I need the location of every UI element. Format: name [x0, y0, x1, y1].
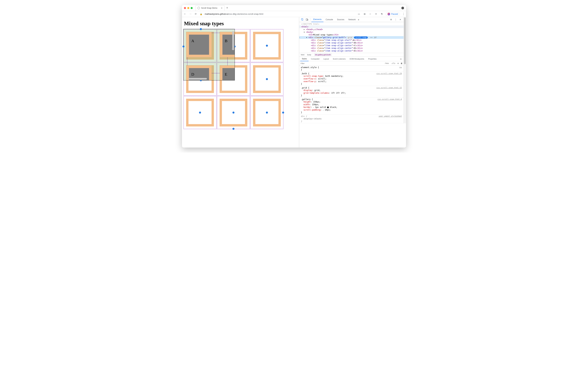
- tab-dom-breakpoints[interactable]: DOM Breakpoints: [348, 56, 366, 61]
- rule-source[interactable]: css-scroll-snap.html:15: [377, 87, 402, 89]
- rule-source[interactable]: css-scroll-snap.html:4: [378, 98, 402, 100]
- hov-button[interactable]: :hov: [383, 62, 390, 64]
- svg-rect-0: [301, 19, 303, 20]
- tab-event-listeners[interactable]: Event Listeners: [331, 56, 347, 61]
- elements-tree[interactable]: <!DOCTYPE html> <html> ▸ <head>…</head> …: [299, 22, 404, 53]
- h3-text: Mixed snap types: [313, 34, 333, 36]
- snap-dot-icon: [266, 45, 268, 47]
- sel-class: gallery grid both: [323, 36, 344, 39]
- font-aa-icon[interactable]: AA: [399, 66, 402, 69]
- window-close-icon[interactable]: [184, 7, 186, 9]
- styles-filter-input[interactable]: [299, 62, 383, 64]
- grid-cell: [250, 29, 284, 62]
- tab-properties[interactable]: Properties: [367, 56, 378, 61]
- back-button[interactable]: ←: [183, 12, 187, 16]
- rule-source[interactable]: css-scroll-snap.html:29: [377, 72, 402, 75]
- scroll-snap-badge[interactable]: scroll-snap: [354, 36, 368, 39]
- lock-icon[interactable]: 🔒: [199, 12, 203, 16]
- crumb-current[interactable]: div.gallery.grid.both: [314, 53, 332, 56]
- url-host: mathiasbynens.github.io: [205, 13, 228, 15]
- tab-computed[interactable]: Computed: [309, 56, 321, 61]
- grid-cell: [250, 96, 284, 129]
- breadcrumbs[interactable]: html body div.gallery.grid.both: [299, 53, 404, 56]
- element-style-selector[interactable]: element.style {: [301, 66, 402, 69]
- computed-panel-icon[interactable]: ◧: [400, 62, 404, 64]
- tab-network[interactable]: Network: [346, 17, 357, 22]
- grid-badge[interactable]: grid: [347, 36, 353, 39]
- new-style-rule-icon[interactable]: +: [396, 62, 400, 65]
- crumb-body[interactable]: body: [307, 54, 311, 56]
- url-path: /css-dbg-stories/css-scroll-snap.html: [228, 13, 263, 15]
- grid-cell: [217, 96, 250, 129]
- snap-dot-icon: [266, 78, 268, 80]
- close-tab-icon[interactable]: ×: [221, 7, 222, 9]
- tab-title: Scroll Snap Demo: [201, 7, 217, 9]
- cell-label: A: [189, 35, 209, 55]
- tab-elements[interactable]: Elements: [311, 17, 324, 22]
- browser-tab[interactable]: Scroll Snap Demo ×: [195, 5, 225, 11]
- snap-dot-icon: [232, 112, 234, 114]
- qr-icon[interactable]: ⊞: [363, 12, 366, 16]
- selected-element[interactable]: ▾ <div class="gallery grid both"> grid s…: [299, 36, 404, 39]
- page-heading: Mixed snap types: [182, 21, 299, 28]
- search-tabs-icon[interactable]: [401, 7, 404, 9]
- titlebar: Scroll Snap Demo × +: [182, 5, 406, 11]
- styles-pane[interactable]: AA element.style { } css-scroll-snap.htm…: [299, 65, 404, 123]
- forward-button[interactable]: →: [189, 12, 192, 16]
- color-swatch-icon[interactable]: [327, 107, 329, 108]
- styles-filter-bar: :hov .cls + ◧: [299, 61, 404, 65]
- styles-tabs: Styles Computed Layout Event Listeners D…: [299, 56, 404, 61]
- tab-sources[interactable]: Sources: [335, 17, 346, 22]
- bookmark-icon[interactable]: ☆: [368, 12, 372, 16]
- devtools-tabs: Elements Console Sources Network » ⚙ ⋮ ✕: [299, 17, 404, 22]
- page-content: Mixed snap types A B D E: [182, 17, 299, 148]
- kebab-icon[interactable]: ⋮: [393, 17, 398, 22]
- grid-cell: [250, 63, 284, 96]
- inspect-icon[interactable]: [300, 17, 304, 22]
- chrome-menu-icon[interactable]: ⋮: [402, 12, 405, 16]
- url-field[interactable]: mathiasbynens.github.io/css-dbg-stories/…: [205, 13, 355, 15]
- address-bar: ← → ⟳ 🔒 mathiasbynens.github.io/css-dbg-…: [182, 11, 406, 17]
- devtools-scrollbar[interactable]: [404, 17, 406, 123]
- scrollbar-knob[interactable]: [232, 48, 234, 50]
- gallery-item: A: [187, 32, 211, 57]
- new-tab-button[interactable]: +: [226, 6, 228, 10]
- horizontal-scrollbar[interactable]: [189, 78, 207, 80]
- snap-dot-icon: [232, 128, 234, 130]
- labs-icon[interactable]: ⚗: [380, 12, 383, 16]
- html-tag[interactable]: <html>: [301, 26, 308, 28]
- tab-layout[interactable]: Layout: [322, 56, 331, 61]
- window-zoom-icon[interactable]: [191, 7, 193, 9]
- more-tabs-icon[interactable]: »: [358, 18, 359, 21]
- snap-dot-icon: [282, 112, 284, 114]
- snap-dot-icon: [266, 112, 268, 114]
- device-toggle-icon[interactable]: [305, 17, 309, 22]
- paused-label: Paused: [391, 13, 398, 15]
- cell-label: E: [222, 68, 235, 80]
- gallery-item: E: [220, 65, 235, 80]
- device-icon[interactable]: ▭: [357, 12, 361, 16]
- tab-console[interactable]: Console: [324, 17, 335, 22]
- window-minimize-icon[interactable]: [187, 7, 189, 9]
- cls-button[interactable]: .cls: [390, 62, 396, 64]
- extensions-icon[interactable]: ✦: [374, 12, 378, 16]
- settings-icon[interactable]: ⚙: [389, 17, 393, 22]
- tab-styles[interactable]: Styles: [300, 56, 309, 61]
- doctype: <!DOCTYPE html>: [301, 23, 319, 25]
- more-style-tabs-icon[interactable]: »: [399, 58, 402, 60]
- close-devtools-icon[interactable]: ✕: [398, 17, 402, 22]
- grid-cell: [183, 96, 217, 129]
- rule-source: user agent stylesheet: [379, 115, 402, 117]
- snap-dot-icon: [199, 112, 201, 114]
- vertical-scrollbar[interactable]: [232, 31, 234, 50]
- avatar-icon: [388, 13, 390, 15]
- gallery-viewport-overlay: A B D E: [183, 29, 235, 80]
- devtools: Elements Console Sources Network » ⚙ ⋮ ✕…: [299, 17, 406, 148]
- reload-button[interactable]: ⟳: [194, 12, 197, 16]
- profile-paused[interactable]: Paused: [386, 12, 400, 16]
- crumb-html[interactable]: html: [301, 54, 304, 56]
- globe-icon: [198, 7, 200, 9]
